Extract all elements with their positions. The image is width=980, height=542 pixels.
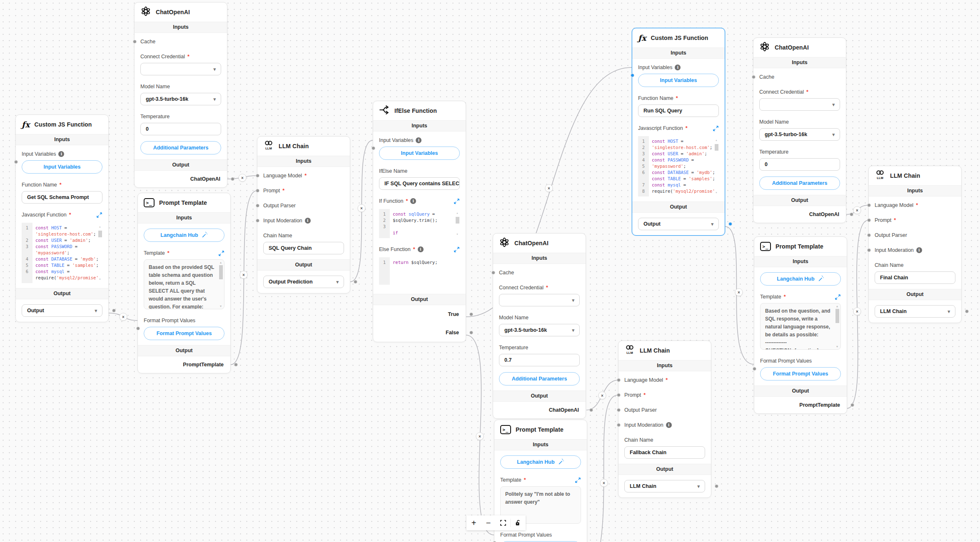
output-handle[interactable] bbox=[112, 309, 116, 313]
input-variables-button[interactable]: Input Variables bbox=[22, 160, 102, 174]
edge-delete-button[interactable]: × bbox=[600, 479, 608, 487]
edge-delete-button[interactable]: × bbox=[476, 433, 484, 440]
node-chatopenai-1[interactable]: ChatOpenAI Inputs Cache Connect Credenti… bbox=[134, 2, 227, 188]
output-select[interactable]: LLM Chain▾ bbox=[624, 480, 705, 492]
expand-icon[interactable] bbox=[454, 246, 460, 253]
input-moderation-handle[interactable] bbox=[867, 249, 871, 252]
zoom-in-button[interactable]: + bbox=[466, 515, 481, 530]
edge-delete-button[interactable]: × bbox=[239, 174, 247, 182]
expand-icon[interactable] bbox=[454, 198, 460, 204]
template-textarea[interactable]: Based on the provided SQL table schema a… bbox=[144, 259, 224, 309]
format-prompt-values-handle[interactable] bbox=[753, 367, 756, 371]
code-editor[interactable]: 123 const sqlQuery =$sqlQuery.trim();if … bbox=[379, 209, 460, 238]
node-chatopenai-2[interactable]: ChatOpenAI Inputs Cache Connect Credenti… bbox=[493, 233, 586, 419]
format-prompt-values-handle[interactable] bbox=[136, 327, 140, 331]
flow-canvas[interactable]: × × × × × × × × × × × ChatOpenAI Inputs … bbox=[0, 0, 980, 542]
function-name-input[interactable]: Get SQL Schema Prompt bbox=[22, 191, 102, 204]
output-handle[interactable] bbox=[728, 222, 732, 226]
false-output-handle[interactable] bbox=[469, 331, 473, 335]
input-variables-button[interactable]: Input Variables bbox=[638, 74, 719, 87]
node-chatopenai-3[interactable]: ChatOpenAI Inputs Cache Connect Credenti… bbox=[753, 37, 846, 223]
code-editor[interactable]: 123456 const HOST ='singlestore-host.com… bbox=[22, 223, 102, 283]
credential-select[interactable]: ▾ bbox=[499, 294, 580, 306]
input-variables-handle[interactable] bbox=[631, 74, 634, 77]
expand-icon[interactable] bbox=[96, 212, 102, 218]
model-name-select[interactable]: gpt-3.5-turbo-16k▾ bbox=[140, 93, 221, 105]
output-handle[interactable] bbox=[354, 280, 357, 284]
output-parser-handle[interactable] bbox=[256, 204, 259, 208]
language-model-handle[interactable] bbox=[867, 204, 871, 207]
cache-handle[interactable] bbox=[491, 271, 495, 275]
language-model-handle[interactable] bbox=[617, 378, 621, 382]
format-prompt-values-button[interactable]: Format Prompt Values bbox=[760, 367, 841, 380]
node-customjs-get-sql-schema[interactable]: ƒx Custom JS Function Inputs Input Varia… bbox=[15, 114, 109, 322]
chain-name-input[interactable]: Final Chain bbox=[875, 271, 955, 284]
edge-delete-button[interactable]: × bbox=[240, 271, 248, 279]
edge-delete-button[interactable]: × bbox=[358, 204, 366, 212]
output-handle[interactable] bbox=[850, 403, 854, 407]
ifelse-name-input[interactable]: IF SQL Query contains SELECT and WH bbox=[379, 177, 460, 190]
output-handle[interactable] bbox=[965, 310, 969, 313]
prompt-handle[interactable] bbox=[617, 393, 621, 397]
code-scrollbar[interactable]: ▴▾ bbox=[714, 137, 719, 196]
langchain-hub-button[interactable]: Langchain Hub bbox=[760, 272, 841, 286]
additional-parameters-button[interactable]: Additional Parameters bbox=[759, 177, 840, 190]
chain-name-input[interactable]: SQL Query Chain bbox=[263, 242, 344, 254]
output-select[interactable]: Output▾ bbox=[22, 304, 102, 317]
input-variables-button[interactable]: Input Variables bbox=[379, 147, 460, 160]
output-handle[interactable] bbox=[589, 408, 593, 412]
credential-select[interactable]: ▾ bbox=[140, 63, 221, 75]
node-prompttemplate-final[interactable]: >_ Prompt Template Inputs Langchain Hub … bbox=[754, 236, 847, 414]
model-name-select[interactable]: gpt-3.5-turbo-16k▾ bbox=[759, 128, 840, 141]
output-handle[interactable] bbox=[715, 485, 718, 488]
output-handle[interactable] bbox=[231, 177, 234, 181]
additional-parameters-button[interactable]: Additional Parameters bbox=[499, 372, 580, 385]
template-textarea[interactable]: Based on the question, and SQL response,… bbox=[760, 303, 841, 350]
edge-delete-button[interactable]: × bbox=[545, 184, 553, 192]
node-llmchain-final[interactable]: LLM LLM Chain Inputs Language Model* Pro… bbox=[868, 166, 962, 323]
edge-delete-button[interactable]: × bbox=[598, 392, 606, 400]
expand-icon[interactable] bbox=[218, 250, 224, 256]
code-scrollbar[interactable]: ▴▾ bbox=[455, 210, 460, 237]
cache-handle[interactable] bbox=[133, 40, 137, 44]
node-customjs-run-sql-query[interactable]: ƒx Custom JS Function Inputs Input Varia… bbox=[632, 28, 725, 236]
edge-delete-button[interactable]: × bbox=[853, 206, 861, 214]
output-select[interactable]: LLM Chain▾ bbox=[875, 305, 955, 318]
input-moderation-handle[interactable] bbox=[617, 423, 621, 427]
prompt-handle[interactable] bbox=[867, 219, 871, 222]
textarea-scrollbar[interactable]: ▴▾ bbox=[218, 261, 223, 308]
language-model-handle[interactable] bbox=[256, 174, 259, 178]
model-name-select[interactable]: gpt-3.5-turbo-16k▾ bbox=[499, 324, 580, 336]
function-name-input[interactable]: Run SQL Query bbox=[638, 104, 719, 117]
zoom-out-button[interactable]: − bbox=[481, 515, 496, 530]
output-parser-handle[interactable] bbox=[617, 408, 621, 412]
edge-prompttemplate3-to-llmchain3[interactable] bbox=[598, 395, 618, 542]
additional-parameters-button[interactable]: Additional Parameters bbox=[140, 141, 221, 154]
langchain-hub-button[interactable]: Langchain Hub bbox=[144, 229, 224, 242]
input-variables-handle[interactable] bbox=[14, 160, 18, 164]
credential-select[interactable]: ▾ bbox=[759, 98, 840, 111]
output-handle[interactable] bbox=[850, 213, 853, 216]
true-output-handle[interactable] bbox=[469, 313, 473, 316]
code-scrollbar[interactable]: ▴▾ bbox=[97, 224, 102, 282]
temperature-input[interactable]: 0 bbox=[140, 123, 221, 135]
node-llmchain-fallback[interactable]: LLM LLM Chain Inputs Language Model* Pro… bbox=[618, 341, 711, 498]
output-select[interactable]: Output▾ bbox=[638, 218, 719, 230]
textarea-scrollbar[interactable]: ▴▾ bbox=[835, 304, 840, 348]
output-handle[interactable] bbox=[234, 363, 238, 367]
chain-name-input[interactable]: Fallback Chain bbox=[624, 446, 705, 459]
fit-view-button[interactable] bbox=[496, 515, 510, 530]
node-llmchain-sql-query[interactable]: LLM LLM Chain Inputs Language Model* Pro… bbox=[257, 136, 350, 293]
expand-icon[interactable] bbox=[835, 294, 841, 300]
edge-delete-button[interactable]: × bbox=[735, 288, 743, 296]
input-moderation-handle[interactable] bbox=[256, 219, 259, 223]
lock-toggle-button[interactable] bbox=[511, 515, 525, 530]
output-parser-handle[interactable] bbox=[867, 234, 871, 237]
expand-icon[interactable] bbox=[575, 477, 581, 483]
temperature-input[interactable]: 0.7 bbox=[499, 354, 580, 366]
edge-delete-button[interactable]: × bbox=[853, 308, 861, 316]
temperature-input[interactable]: 0 bbox=[759, 158, 840, 171]
output-select[interactable]: Output Prediction▾ bbox=[263, 276, 344, 288]
langchain-hub-button[interactable]: Langchain Hub bbox=[500, 455, 581, 469]
input-variables-handle[interactable] bbox=[372, 147, 375, 150]
